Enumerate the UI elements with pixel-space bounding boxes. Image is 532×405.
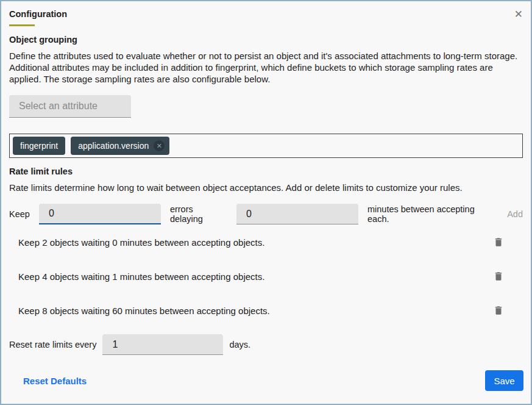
save-button[interactable]: Save — [485, 370, 523, 391]
rate-limit-rule-row: Keep 4 objects waiting 1 minutes between… — [18, 259, 504, 293]
close-icon[interactable]: ✕ — [514, 10, 523, 20]
rule-text: Keep 2 objects waiting 0 minutes between… — [18, 237, 264, 248]
add-rule-button[interactable]: Add — [507, 209, 523, 219]
dialog-title: Configuration — [9, 9, 67, 19]
chip-application-version[interactable]: application.version ✕ — [71, 137, 169, 155]
object-grouping-description: Define the attributes used to evaluate w… — [9, 50, 523, 85]
add-rate-limit-row: Keep errors delaying minutes between acc… — [9, 203, 523, 225]
selected-attributes-box: fingerprint application.version ✕ — [9, 134, 523, 158]
delete-rule-icon[interactable] — [493, 270, 504, 282]
chip-fingerprint[interactable]: fingerprint — [13, 137, 65, 155]
chip-remove-icon[interactable]: ✕ — [154, 140, 165, 151]
rate-limit-rule-row: Keep 2 objects waiting 0 minutes between… — [18, 225, 504, 259]
attribute-select-input[interactable] — [9, 95, 131, 118]
keep-label: Keep — [9, 209, 30, 219]
errors-count-input[interactable] — [39, 204, 161, 224]
rule-text: Keep 8 objects waiting 60 minutes betwee… — [18, 306, 270, 316]
title-underline — [9, 24, 35, 26]
rate-limit-rule-row: Keep 8 objects waiting 60 minutes betwee… — [18, 293, 504, 328]
object-grouping-heading: Object grouping — [9, 35, 523, 45]
delete-rule-icon[interactable] — [493, 236, 504, 248]
reset-days-input[interactable] — [102, 334, 223, 355]
errors-delaying-label: errors delaying — [170, 204, 227, 224]
minutes-between-label: minutes between accepting each. — [367, 204, 496, 224]
configuration-dialog: Configuration ✕ Object grouping Define t… — [0, 0, 532, 405]
reset-defaults-link[interactable]: Reset Defaults — [23, 376, 87, 386]
reset-prefix-label: Reset rate limits every — [9, 340, 96, 349]
dialog-header: Configuration ✕ — [1, 1, 531, 26]
rule-text: Keep 4 objects waiting 1 minutes between… — [18, 271, 264, 282]
days-label: days. — [229, 340, 250, 349]
rate-limit-description: Rate limits determine how long to wait b… — [9, 182, 523, 193]
minutes-delay-input[interactable] — [236, 204, 358, 224]
dialog-footer: Reset Defaults Save — [23, 370, 523, 391]
chip-label: application.version — [78, 141, 149, 151]
title-block: Configuration — [9, 9, 67, 26]
delete-rule-icon[interactable] — [493, 304, 504, 317]
chip-label: fingerprint — [20, 141, 58, 151]
reset-rate-limits-row: Reset rate limits every days. — [9, 334, 523, 355]
rate-limit-heading: Rate limit rules — [9, 167, 523, 177]
